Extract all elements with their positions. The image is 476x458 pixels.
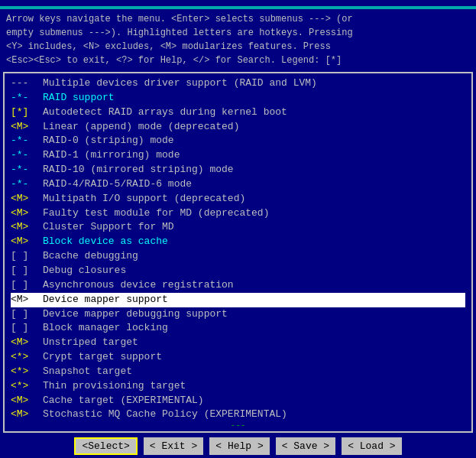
bottom-button[interactable]: < Save > <box>276 437 335 455</box>
menu-item[interactable]: <M>Faulty test module for MD (deprecated… <box>11 206 465 221</box>
item-label: Snapshot target <box>43 365 132 379</box>
bottom-button[interactable]: <Select> <box>74 437 137 455</box>
item-label: Multiple devices driver support (RAID an… <box>43 76 317 91</box>
item-prefix: -*- <box>11 148 43 163</box>
item-prefix: -*- <box>11 163 43 177</box>
item-prefix: <M> <box>11 206 43 221</box>
menu-item[interactable]: ---Multiple devices driver support (RAID… <box>11 76 465 91</box>
info-line: empty submenus --->). Highlighted letter… <box>6 26 470 40</box>
item-label: Stochastic MQ Cache Policy (EXPERIMENTAL… <box>43 408 287 419</box>
scroll-indicator: --- <box>5 419 471 431</box>
menu-item[interactable]: -*-RAID-10 (mirrored striping) mode <box>11 163 465 177</box>
item-label: Device mapper support <box>43 293 168 307</box>
item-prefix: <M> <box>11 293 43 307</box>
menu-item-highlighted[interactable]: <M>Device mapper support <box>11 293 465 307</box>
bottom-button[interactable]: < Help > <box>209 437 269 455</box>
item-prefix: -*- <box>11 134 43 148</box>
item-label: Cluster Support for MD <box>43 220 174 235</box>
info-line: <Y> includes, <N> excludes, <M> modulari… <box>6 40 470 54</box>
item-prefix: <M> <box>11 408 43 419</box>
item-label: Multipath I/O support (deprecated) <box>43 192 245 206</box>
bottom-button[interactable]: < Exit > <box>144 437 203 455</box>
menu-item[interactable]: <M>Unstriped target <box>11 336 465 350</box>
info-line: Arrow keys navigate the menu. <Enter> se… <box>6 12 470 26</box>
item-label: RAID support <box>43 91 115 106</box>
menu-item[interactable]: <M>Multipath I/O support (deprecated) <box>11 192 465 206</box>
item-label: RAID-0 (striping) mode <box>43 134 174 148</box>
menu-item[interactable]: [ ]Debug closures <box>11 264 465 278</box>
item-label: RAID-10 (mirrored striping) mode <box>43 163 234 177</box>
item-label: RAID-1 (mirroring) mode <box>43 148 180 163</box>
menu-item[interactable]: <*>Thin provisioning target <box>11 379 465 394</box>
item-prefix: [ ] <box>11 264 43 278</box>
item-prefix: <*> <box>11 365 43 379</box>
item-prefix: <M> <box>11 192 43 206</box>
menu-list: ---Multiple devices driver support (RAID… <box>5 73 471 419</box>
menu-item[interactable]: -*-RAID-0 (striping) mode <box>11 134 465 148</box>
item-label: Block manager locking <box>43 321 168 336</box>
menu-item[interactable]: <*>Crypt target support <box>11 350 465 365</box>
item-label: Block device as cache <box>43 235 168 249</box>
menu-item[interactable]: <M>Cache target (EXPERIMENTAL) <box>11 394 465 408</box>
item-label: Thin provisioning target <box>43 379 186 394</box>
menu-item[interactable]: <M>Linear (append) mode (deprecated) <box>11 120 465 135</box>
menu-item[interactable]: [ ]Block manager locking <box>11 321 465 336</box>
item-prefix: [ ] <box>11 321 43 336</box>
item-prefix: -*- <box>11 177 43 192</box>
item-label: Unstriped target <box>43 336 138 350</box>
info-line: <Esc><Esc> to exit, <?> for Help, </> fo… <box>6 54 470 67</box>
item-prefix: [*] <box>11 106 43 120</box>
main-content: ---Multiple devices driver support (RAID… <box>3 72 473 433</box>
item-label: Linear (append) mode (deprecated) <box>43 120 239 135</box>
item-label: Asynchronous device registration <box>43 278 234 293</box>
item-prefix: --- <box>11 76 43 91</box>
bottom-bar: <Select>< Exit >< Help >< Save >< Load > <box>0 434 476 458</box>
bottom-button[interactable]: < Load > <box>342 437 401 455</box>
item-prefix: <*> <box>11 350 43 365</box>
item-label: Debug closures <box>43 264 126 278</box>
item-label: Device mapper debugging support <box>43 307 228 322</box>
item-prefix: <M> <box>11 394 43 408</box>
menu-item[interactable]: <M> Stochastic MQ Cache Policy (EXPERIME… <box>11 408 465 419</box>
menu-item[interactable]: [ ]Bcache debugging <box>11 249 465 264</box>
menu-item[interactable]: -*-RAID-4/RAID-5/RAID-6 mode <box>11 177 465 192</box>
item-prefix: [ ] <box>11 249 43 264</box>
menu-item[interactable]: -*-RAID support <box>11 91 465 106</box>
menu-item[interactable]: [ ]Device mapper debugging support <box>11 307 465 322</box>
item-label: RAID-4/RAID-5/RAID-6 mode <box>43 177 192 192</box>
item-prefix: <M> <box>11 120 43 135</box>
item-label: Crypt target support <box>43 350 162 365</box>
kernel-config-window: Arrow keys navigate the menu. <Enter> se… <box>0 0 476 458</box>
info-box: Arrow keys navigate the menu. <Enter> se… <box>0 9 476 70</box>
menu-item[interactable]: [*]Autodetect RAID arrays during kernel … <box>11 106 465 120</box>
item-prefix: [ ] <box>11 307 43 322</box>
item-prefix: [ ] <box>11 278 43 293</box>
menu-item[interactable]: -*-RAID-1 (mirroring) mode <box>11 148 465 163</box>
item-label: Autodetect RAID arrays during kernel boo… <box>43 106 287 120</box>
item-prefix: <M> <box>11 336 43 350</box>
item-label: Bcache debugging <box>43 249 138 264</box>
menu-item[interactable]: <M>Cluster Support for MD <box>11 220 465 235</box>
item-label: Faulty test module for MD (deprecated) <box>43 206 269 221</box>
item-prefix: <M> <box>11 220 43 235</box>
item-prefix: <*> <box>11 379 43 394</box>
item-label: Cache target (EXPERIMENTAL) <box>43 394 204 408</box>
item-prefix: <M> <box>11 235 43 249</box>
menu-item[interactable]: <M>Block device as cache <box>11 235 465 249</box>
menu-item[interactable]: <*>Snapshot target <box>11 365 465 379</box>
menu-item[interactable]: [ ]Asynchronous device registration <box>11 278 465 293</box>
item-prefix: -*- <box>11 91 43 106</box>
